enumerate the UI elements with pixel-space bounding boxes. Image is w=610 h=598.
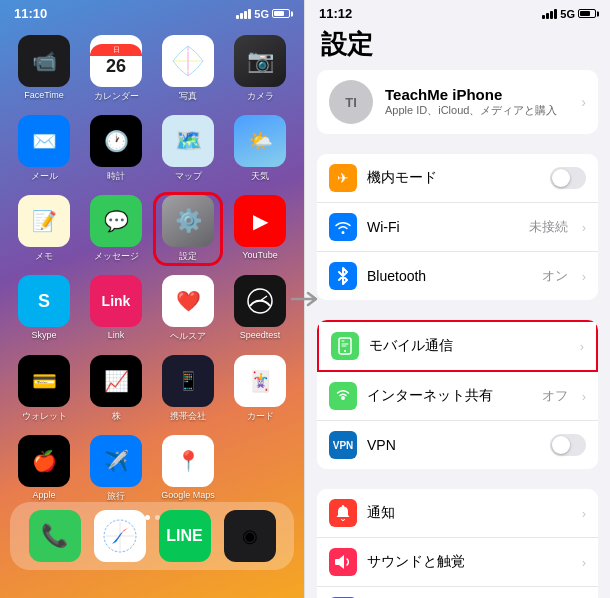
- app-travel[interactable]: ✈️ 旅行: [84, 435, 148, 503]
- left-iphone-screen: 11:10 5G 📹 FaceTime 日: [0, 0, 305, 598]
- app-empty: [228, 435, 292, 503]
- mobile-data-row[interactable]: モバイル通信 ›: [317, 320, 598, 372]
- app-link[interactable]: Link Link: [84, 275, 148, 343]
- app-carrier[interactable]: 📱 携帯会社: [156, 355, 220, 423]
- app-grid-row2: ✉️ メール 🕐 時計 🗺️ マップ 🌤️ 天気: [0, 107, 304, 191]
- clock-icon: 🕐: [90, 115, 142, 167]
- right-indicators: 5G: [542, 8, 596, 20]
- sound-icon: [329, 548, 357, 576]
- wifi-chevron: ›: [582, 220, 586, 235]
- camera-label: カメラ: [247, 90, 274, 103]
- sound-chevron: ›: [582, 555, 586, 570]
- clock-label: 時計: [107, 170, 125, 183]
- left-indicators: 5G: [236, 8, 290, 20]
- app-youtube[interactable]: ▶ YouTube: [228, 195, 292, 263]
- settings-icon: ⚙️: [162, 195, 214, 247]
- health-label: ヘルスア: [170, 330, 206, 343]
- notifications-chevron: ›: [582, 506, 586, 521]
- network-type: 5G: [254, 8, 269, 20]
- app-clock[interactable]: 🕐 時計: [84, 115, 148, 183]
- maps-icon: 🗺️: [162, 115, 214, 167]
- app-speedtest[interactable]: Speedtest: [228, 275, 292, 343]
- travel-icon: ✈️: [90, 435, 142, 487]
- bluetooth-icon: [329, 262, 357, 290]
- app-health[interactable]: ❤️ ヘルスア: [156, 275, 220, 343]
- weather-icon: 🌤️: [234, 115, 286, 167]
- photos-icon: [162, 35, 214, 87]
- app-calendar[interactable]: 日 26 カレンダー: [84, 35, 148, 103]
- app-camera[interactable]: 📷 カメラ: [228, 35, 292, 103]
- misc-icon: ◉: [224, 510, 276, 562]
- carrier-label: 携帯会社: [170, 410, 206, 423]
- bluetooth-row[interactable]: Bluetooth オン ›: [317, 252, 598, 300]
- skype-icon: S: [18, 275, 70, 327]
- skype-label: Skype: [31, 330, 56, 340]
- line-icon: LINE: [159, 510, 211, 562]
- left-status-bar: 11:10 5G: [0, 0, 304, 23]
- app-wallet[interactable]: 💳 ウォレット: [12, 355, 76, 423]
- app-photos[interactable]: 写真: [156, 35, 220, 103]
- hotspot-icon: [329, 382, 357, 410]
- speedtest-label: Speedtest: [240, 330, 281, 340]
- dock-line[interactable]: LINE: [159, 510, 211, 562]
- app-messages[interactable]: 💬 メッセージ: [84, 195, 148, 263]
- right-time: 11:12: [319, 6, 352, 21]
- app-grid-row1: 📹 FaceTime 日 26 カレンダー 写真 📷: [0, 27, 304, 111]
- stocks-icon: 📈: [90, 355, 142, 407]
- airplane-mode-row[interactable]: ✈ 機内モード: [317, 154, 598, 203]
- airplane-label: 機内モード: [367, 169, 540, 187]
- messages-icon: 💬: [90, 195, 142, 247]
- vpn-toggle[interactable]: [550, 434, 586, 456]
- notification-icon: [329, 499, 357, 527]
- app-mail[interactable]: ✉️ メール: [12, 115, 76, 183]
- app-cards[interactable]: 🃏 カード: [228, 355, 292, 423]
- app-skype[interactable]: S Skype: [12, 275, 76, 343]
- svg-point-12: [341, 396, 345, 400]
- health-icon: ❤️: [162, 275, 214, 327]
- mobile-label: モバイル通信: [369, 337, 570, 355]
- wifi-row[interactable]: Wi-Fi 未接続 ›: [317, 203, 598, 252]
- app-notes[interactable]: 📝 メモ: [12, 195, 76, 263]
- left-time: 11:10: [14, 6, 47, 21]
- mobile-group: モバイル通信 › インターネット共有 オフ › VPN VPN: [317, 320, 598, 469]
- app-facetime[interactable]: 📹 FaceTime: [12, 35, 76, 103]
- dock-phone[interactable]: 📞: [29, 510, 81, 562]
- focus-row[interactable]: 🌙 集中モード ›: [317, 587, 598, 598]
- mobile-chevron: ›: [580, 339, 584, 354]
- connectivity-group: ✈ 機内モード Wi-Fi 未接続 › Bluetooth オン: [317, 154, 598, 300]
- app-stocks[interactable]: 📈 株: [84, 355, 148, 423]
- settings-list: TI TeachMe iPhone Apple ID、iCloud、メディアと購…: [305, 70, 610, 598]
- app-settings[interactable]: ⚙️ 設定: [156, 195, 220, 263]
- facetime-label: FaceTime: [24, 90, 64, 100]
- maps-label: マップ: [175, 170, 202, 183]
- right-battery-icon: [578, 9, 596, 18]
- app-maps[interactable]: 🗺️ マップ: [156, 115, 220, 183]
- hotspot-label: インターネット共有: [367, 387, 532, 405]
- vpn-row[interactable]: VPN VPN: [317, 421, 598, 469]
- google-maps-icon: 📍: [162, 435, 214, 487]
- sound-row[interactable]: サウンドと触覚 ›: [317, 538, 598, 587]
- mail-label: メール: [31, 170, 58, 183]
- safari-icon: [94, 510, 146, 562]
- youtube-label: YouTube: [242, 250, 277, 260]
- dock-safari[interactable]: [94, 510, 146, 562]
- app-apple[interactable]: 🍎 Apple: [12, 435, 76, 503]
- settings-label: 設定: [179, 250, 197, 263]
- hotspot-row[interactable]: インターネット共有 オフ ›: [317, 372, 598, 421]
- hotspot-value: オフ: [542, 387, 568, 405]
- settings-title: 設定: [305, 23, 610, 70]
- dock-misc[interactable]: ◉: [224, 510, 276, 562]
- bluetooth-chevron: ›: [582, 269, 586, 284]
- facetime-icon: 📹: [18, 35, 70, 87]
- app-grid-row3: 📝 メモ 💬 メッセージ ⚙️ 設定 ▶ YouTube: [0, 187, 304, 271]
- app-google-maps[interactable]: 📍 Google Maps: [156, 435, 220, 503]
- youtube-icon: ▶: [234, 195, 286, 247]
- notifications-row[interactable]: 通知 ›: [317, 489, 598, 538]
- notifications-label: 通知: [367, 504, 572, 522]
- profile-row[interactable]: TI TeachMe iPhone Apple ID、iCloud、メディアと購…: [317, 70, 598, 134]
- notes-label: メモ: [35, 250, 53, 263]
- airplane-toggle[interactable]: [550, 167, 586, 189]
- messages-label: メッセージ: [94, 250, 139, 263]
- wifi-label: Wi-Fi: [367, 219, 519, 235]
- app-weather[interactable]: 🌤️ 天気: [228, 115, 292, 183]
